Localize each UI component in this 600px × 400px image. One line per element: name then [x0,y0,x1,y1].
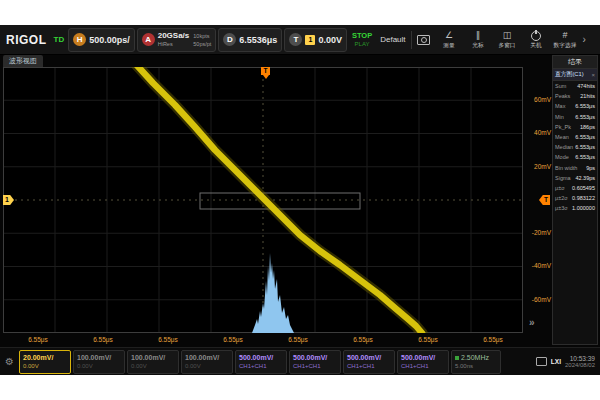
delay-knob-icon[interactable]: D [223,33,236,46]
trigger-control[interactable]: T 1 0.00V [284,28,347,52]
stat-row-median: Median6.553μs [553,142,597,152]
v-axis-label: 60mV [524,96,551,104]
math1-expr: CH1+CH1 [239,362,283,371]
math-box-math4[interactable]: 500.00mV/ CH1+CH1 [397,350,449,374]
ch1-trace [133,67,424,333]
h-knob-icon[interactable]: H [73,33,86,46]
v-axis-label: 20mV [524,163,551,171]
math3-scale: 500.00mV/ [347,353,391,362]
run-state-label: STOP [352,31,372,40]
digital-select-label: 数字选择 [554,41,577,50]
ch2-offset: 0.00V [77,362,121,371]
cursor-label: 光标 [472,41,483,50]
math2-scale: 500.00mV/ [293,353,337,362]
channel-box-ch2[interactable]: 100.00mV/ 0.00V [73,350,125,374]
play-state-label: PLAY [355,40,370,49]
tab-waveform-view[interactable]: 波形视图 [3,55,43,67]
channel-box-ch1[interactable]: 20.00mV/ 0.00V [19,350,71,374]
math4-scale: 500.00mV/ [401,353,445,362]
stat-row-min: Min6.553μs [553,112,597,122]
counter-box[interactable]: 2.50MHz 5.00ns [451,350,501,374]
power-off-label: 关机 [530,41,541,50]
default-button[interactable]: Default [377,28,408,52]
channel-box-ch3[interactable]: 100.00mV/ 0.00V [127,350,179,374]
power-off-button[interactable]: 关机 [523,27,550,53]
ch4-offset: 0.00V [185,362,229,371]
counter-frequency: 2.50MHz [455,353,497,362]
math-box-math3[interactable]: 500.00mV/ CH1+CH1 [343,350,395,374]
trigger-level-marker[interactable]: T [539,195,550,205]
math-box-math1[interactable]: 500.00mV/ CH1+CH1 [235,350,287,374]
digital-select-button[interactable]: # 数字选择 [552,27,579,53]
results-title: 结果 [553,56,597,69]
histogram-range-box[interactable] [200,193,360,209]
cursor-icon: ∥ [476,30,481,41]
ch3-scale: 100.00mV/ [131,353,175,362]
rigol-logo: RIGOL [3,33,50,47]
math3-expr: CH1+CH1 [347,362,391,371]
acquire-mode: HiRes [158,40,190,48]
cursor-button[interactable]: ∥ 光标 [465,27,492,53]
measure-button[interactable]: ∠ 测量 [436,27,463,53]
mode-badge: TD [52,35,67,44]
math4-expr: CH1+CH1 [401,362,445,371]
stat-row-mode: Mode6.553μs [553,152,597,162]
ch1-scale: 20.00mV/ [23,353,67,362]
v-axis-label: -40mV [524,262,551,270]
t-axis-label: 6.55μs [341,335,385,344]
camera-icon [417,35,430,45]
waveform-grid[interactable] [3,67,523,333]
memory-depth: 10kpts [193,32,211,40]
acquisition-control[interactable]: A 20GSa/s 10kpts HiRes 50ps/pt [137,28,217,52]
horizontal-control[interactable]: H 500.00ps/ [68,28,135,52]
system-time: 10:53:39 [570,355,595,362]
math2-expr: CH1+CH1 [293,362,337,371]
measure-label: 测量 [443,41,454,50]
toolbar-more-chevron-icon[interactable]: › [581,34,588,45]
ch2-scale: 100.00mV/ [77,353,121,362]
trigger-position-marker[interactable]: T [261,67,270,75]
bottom-status-bar: ⚙ 20.00mV/ 0.00V 100.00mV/ 0.00V 100.00m… [0,347,600,375]
measure-icon: ∠ [445,30,453,41]
toolbar-divider [411,31,412,49]
results-section-header[interactable]: 直方图(C1) × [553,69,597,81]
trigger-knob-icon[interactable]: T [289,33,302,46]
sample-resolution: 50ps/pt [193,40,211,48]
v-axis-label: -60mV [524,296,551,304]
trigger-source-badge: 1 [305,35,315,45]
t-axis-label: 6.55μs [211,335,255,344]
close-icon[interactable]: × [591,72,595,78]
v-axis-label: -20mV [524,229,551,237]
sample-rate: 20GSa/s [158,32,190,40]
toolbar: RIGOL TD H 500.00ps/ A 20GSa/s 10kpts Hi… [0,25,600,55]
oscilloscope-screen: RIGOL TD H 500.00ps/ A 20GSa/s 10kpts Hi… [0,25,600,375]
power-icon [531,31,541,41]
stat-row-sigma: Sigma42.39ps [553,173,597,183]
screenshot-button[interactable] [414,28,434,52]
stat-row-max: Max6.553μs [553,101,597,111]
acquire-knob-icon[interactable]: A [142,33,155,46]
channel-box-ch4[interactable]: 100.00mV/ 0.00V [181,350,233,374]
side-menu-toggle[interactable]: » [529,317,535,328]
lan-icon [536,357,547,366]
display-area: 波形视图 T 1 T 60mV 40mV 20mV -20mV [0,55,600,347]
t-axis-label: 6.55μs [406,335,450,344]
math1-scale: 500.00mV/ [239,353,283,362]
page: RIGOL TD H 500.00ps/ A 20GSa/s 10kpts Hi… [0,0,600,400]
stat-row-mu2sigma: μ±2σ0.983122 [553,193,597,203]
math-box-math2[interactable]: 500.00mV/ CH1+CH1 [289,350,341,374]
ch4-scale: 100.00mV/ [185,353,229,362]
stat-row-mu3sigma: μ±3σ1.000000 [553,203,597,213]
delay-control[interactable]: D 6.5536μs [218,28,282,52]
digital-select-icon: # [563,30,568,41]
gear-icon[interactable]: ⚙ [2,356,17,367]
t-axis-label: 6.55μs [146,335,190,344]
clock[interactable]: 10:53:39 2024/08/02 [565,355,595,369]
system-date: 2024/08/02 [565,362,595,369]
multi-window-button[interactable]: ◫ 多窗口 [494,27,521,53]
v-axis-label: 40mV [524,129,551,137]
stat-row-binwidth: Bin width9ps [553,163,597,173]
run-stop-button[interactable]: STOP PLAY [349,28,375,52]
counter-period: 5.00ns [455,362,497,371]
results-panel: 结果 直方图(C1) × Sum474hits Peaks21hits Max6… [552,55,598,345]
